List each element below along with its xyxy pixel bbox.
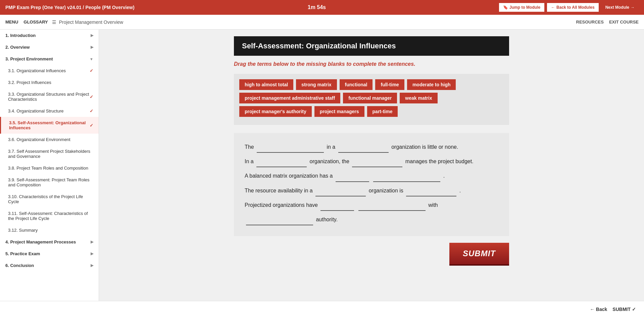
blank-11[interactable] xyxy=(246,218,313,225)
checkmark-icon: ✓ xyxy=(90,123,93,128)
blank-6[interactable] xyxy=(373,175,440,182)
blank-2[interactable] xyxy=(338,145,389,153)
blank-8[interactable] xyxy=(406,189,456,196)
content-area: Self-Assessment: Organizational Influenc… xyxy=(99,30,644,301)
header-buttons: 🔖 Jump to Module ← Back to All Modules N… xyxy=(499,3,639,12)
chevron-icon: ▶ xyxy=(91,240,93,244)
bottom-bar: ← Back SUBMIT ✓ xyxy=(0,301,644,317)
term-tag[interactable]: part-time xyxy=(367,106,398,117)
submit-area: SUBMIT xyxy=(234,243,509,266)
sidebar-item-3.6[interactable]: 3.6. Organizational Environment xyxy=(0,134,99,145)
header-right: RESOURCES EXIT COURSE xyxy=(576,19,639,25)
submit-bottom-button[interactable]: SUBMIT ✓ xyxy=(612,307,636,312)
sidebar-item-project-env[interactable]: 3. Project Environment▼ xyxy=(0,53,99,65)
blank-9[interactable] xyxy=(320,203,354,211)
sidebar-item-practice[interactable]: 5. Practice Exam▶ xyxy=(0,248,99,260)
checkmark-icon: ✓ xyxy=(90,68,93,73)
page-title: Project Management Overview xyxy=(59,19,123,25)
menu-glossary: MENU GLOSSARY xyxy=(5,19,48,25)
course-title: PMP Exam Prep (One Year) v24.01 / People… xyxy=(5,5,135,10)
sidebar-item-3.10[interactable]: 3.10. Characteristics of the Project Lif… xyxy=(0,191,99,208)
sidebar-item-3.9[interactable]: 3.9. Self-Assessment: Project Team Roles… xyxy=(0,174,99,191)
blank-7[interactable] xyxy=(315,189,366,196)
blank-10[interactable] xyxy=(358,203,426,211)
main-layout: 1. Introduction▶2. Overview▶3. Project E… xyxy=(0,30,644,301)
chevron-icon: ▶ xyxy=(91,252,93,256)
hamburger-icon: ☰ xyxy=(52,19,56,25)
assessment-title: Self-Assessment: Organizational Influenc… xyxy=(242,42,396,50)
sentence-5: Projectized organizations have with xyxy=(245,199,498,211)
sidebar-item-overview[interactable]: 2. Overview▶ xyxy=(0,41,99,53)
instruction: Drag the terms below to the missing blan… xyxy=(234,61,509,67)
sidebar-item-proj-mgmt[interactable]: 4. Project Management Processes▶ xyxy=(0,236,99,248)
checkmark-icon: ✓ xyxy=(90,108,93,114)
next-module-button[interactable]: Next Module → xyxy=(601,3,639,12)
sentences-area: The in a organization is little or none.… xyxy=(234,133,509,236)
sentence-3: A balanced matrix organization has a . xyxy=(245,170,498,182)
chevron-icon: ▶ xyxy=(91,263,93,268)
blank-4[interactable] xyxy=(352,160,402,167)
sentence-1: The in a organization is little or none. xyxy=(245,141,498,153)
terms-container: high to almost totalstrong matrixfunctio… xyxy=(234,74,509,125)
sidebar: 1. Introduction▶2. Overview▶3. Project E… xyxy=(0,30,99,301)
sidebar-item-3.1[interactable]: 3.1. Organizational Influences✓ xyxy=(0,65,99,77)
jump-to-module-button[interactable]: 🔖 Jump to Module xyxy=(499,3,544,12)
term-tag[interactable]: project manager's authority xyxy=(239,106,312,117)
glossary-button[interactable]: GLOSSARY xyxy=(23,19,48,25)
sidebar-item-intro[interactable]: 1. Introduction▶ xyxy=(0,30,99,41)
instruction-rest: the terms below to the missing blanks to… xyxy=(246,61,415,67)
assessment-header: Self-Assessment: Organizational Influenc… xyxy=(234,36,509,56)
timer: 1m 54s xyxy=(308,4,326,10)
term-tag[interactable]: full-time xyxy=(375,79,404,90)
checkmark-icon: ✓ xyxy=(90,94,93,99)
term-tag[interactable]: high to almost total xyxy=(239,79,293,90)
sidebar-item-3.2[interactable]: 3.2. Project Influences xyxy=(0,77,99,88)
back-to-all-modules-button[interactable]: ← Back to All Modules xyxy=(547,3,599,12)
sidebar-item-3.3[interactable]: 3.3. Organizational Structures and Proje… xyxy=(0,88,99,105)
terms-row-3: project manager's authorityproject manag… xyxy=(239,106,504,117)
arrow-right-icon: → xyxy=(631,5,635,10)
exit-course-button[interactable]: EXIT COURSE xyxy=(609,19,639,25)
arrow-left-icon: ← xyxy=(551,5,555,10)
assessment-container: Self-Assessment: Organizational Influenc… xyxy=(234,36,509,266)
bookmark-icon: 🔖 xyxy=(503,5,508,10)
chevron-icon: ▼ xyxy=(90,57,93,61)
chevron-icon: ▶ xyxy=(91,45,93,49)
submit-button[interactable]: SUBMIT xyxy=(449,243,509,266)
blank-1[interactable] xyxy=(257,145,324,153)
term-tag[interactable]: project management administrative staff xyxy=(239,93,340,103)
instruction-bold: Drag xyxy=(234,61,246,67)
back-arrow-icon: ← xyxy=(590,307,595,312)
back-button[interactable]: ← Back xyxy=(590,307,607,312)
blank-3[interactable] xyxy=(256,160,307,167)
menu-button[interactable]: MENU xyxy=(5,19,18,25)
blank-5[interactable] xyxy=(336,175,369,182)
sidebar-item-3.11[interactable]: 3.11. Self-Assessment: Characteristics o… xyxy=(0,208,99,224)
header-left: MENU GLOSSARY ☰ Project Management Overv… xyxy=(5,19,123,25)
sidebar-item-3.8[interactable]: 3.8. Project Team Roles and Composition xyxy=(0,162,99,174)
term-tag[interactable]: functional manager xyxy=(343,93,397,103)
chevron-icon: ▶ xyxy=(91,33,93,38)
sidebar-item-3.12[interactable]: 3.12. Summary xyxy=(0,224,99,236)
sentence-6: authority. xyxy=(245,214,498,225)
term-tag[interactable]: weak matrix xyxy=(400,93,437,103)
term-tag[interactable]: strong matrix xyxy=(296,79,337,90)
sentence-4: The resource availability in a organizat… xyxy=(245,185,498,196)
sidebar-item-conclusion[interactable]: 6. Conclusion▶ xyxy=(0,260,99,271)
page-title-area: ☰ Project Management Overview xyxy=(52,19,123,25)
sentence-2: In a organization, the manages the proje… xyxy=(245,155,498,167)
check-icon: ✓ xyxy=(632,307,636,312)
term-tag[interactable]: functional xyxy=(340,79,373,90)
term-tag[interactable]: project managers xyxy=(314,106,364,117)
sidebar-item-3.5[interactable]: 3.5. Self-Assessment: Organizational Inf… xyxy=(0,117,99,134)
sidebar-item-3.7[interactable]: 3.7. Self Assessment Project Stakeholder… xyxy=(0,145,99,162)
sidebar-item-3.4[interactable]: 3.4. Organizational Structure✓ xyxy=(0,105,99,117)
resources-button[interactable]: RESOURCES xyxy=(576,19,604,25)
top-header: PMP Exam Prep (One Year) v24.01 / People… xyxy=(0,0,644,15)
terms-row-1: high to almost totalstrong matrixfunctio… xyxy=(239,79,504,90)
terms-row-2: project management administrative stafff… xyxy=(239,93,504,103)
term-tag[interactable]: moderate to high xyxy=(407,79,456,90)
second-header: MENU GLOSSARY ☰ Project Management Overv… xyxy=(0,15,644,30)
